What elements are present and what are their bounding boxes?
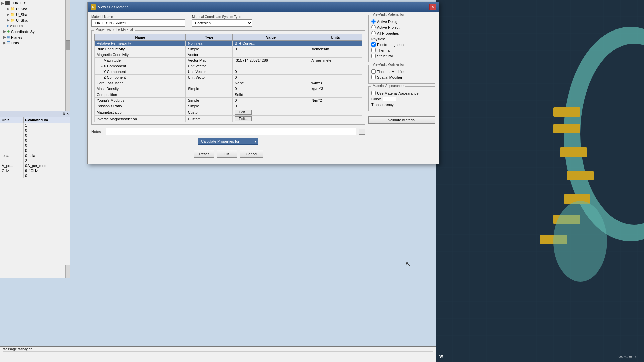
- structural-checkbox[interactable]: [371, 54, 376, 58]
- prop-type-cell: Simple: [185, 103, 232, 109]
- table-row[interactable]: - X ComponentUnit Vector1: [95, 63, 362, 69]
- transparency-row: Transparency:: [371, 103, 432, 107]
- table-row[interactable]: MagnetostrictionCustomEdit...: [95, 109, 362, 116]
- prop-units-cell: [309, 63, 362, 69]
- notes-input[interactable]: [106, 128, 356, 135]
- table-row[interactable]: Magnetic CoercivityVector: [95, 52, 362, 58]
- prop-value-cell: 0: [233, 98, 309, 103]
- table-row[interactable]: Poisson's RatioSimple0: [95, 103, 362, 109]
- use-material-appearance-checkbox[interactable]: [371, 91, 376, 95]
- prop-name-cell: - Y Component: [95, 69, 186, 75]
- dialog-title-text: View / Edit Material: [98, 5, 129, 9]
- reset-button[interactable]: Reset: [194, 150, 215, 158]
- prop-value-cell: None: [233, 80, 309, 86]
- notes-row: Notes ...: [91, 128, 365, 135]
- transparency-label: Transparency:: [371, 103, 395, 107]
- spatial-modifier-checkbox[interactable]: [371, 75, 376, 79]
- validate-material-button[interactable]: Validate Material: [368, 116, 435, 124]
- prop-type-cell: Custom: [185, 116, 232, 122]
- thermal-modifier-checkbox-item[interactable]: Thermal Modifier: [371, 69, 432, 74]
- physics-section: Physics: Electromagnetic Thermal Structu…: [371, 37, 432, 58]
- prop-value-cell: 0: [233, 75, 309, 80]
- active-project-radio[interactable]: [371, 25, 376, 29]
- thermal-modifier-label: Thermal Modifier: [377, 70, 405, 74]
- col-units: Units: [309, 34, 362, 41]
- table-row[interactable]: - Y ComponentUnit Vector0: [95, 69, 362, 75]
- thermal-modifier-checkbox[interactable]: [371, 69, 376, 74]
- prop-value-cell[interactable]: Edit...: [233, 109, 309, 116]
- dialog-side-panel: View/Edit Material for Active Design Act…: [368, 15, 435, 160]
- structural-checkbox-item[interactable]: Structural: [371, 54, 432, 58]
- properties-group-box: Properties of the Material Name Type Val…: [91, 30, 365, 125]
- prop-type-cell: [185, 80, 232, 86]
- prop-units-cell: [309, 69, 362, 75]
- prop-units-cell: [309, 41, 362, 46]
- material-name-input[interactable]: [91, 19, 185, 27]
- thermal-checkbox[interactable]: [371, 48, 376, 52]
- prop-name-cell: Inverse Magnetostriction: [95, 116, 186, 122]
- coord-system-select[interactable]: Cartesian: [192, 19, 252, 27]
- prop-value-cell[interactable]: Edit...: [233, 116, 309, 122]
- active-design-radio-item[interactable]: Active Design: [371, 19, 432, 24]
- prop-value-cell: B-H Curve...: [233, 41, 309, 46]
- table-row[interactable]: Inverse MagnetostrictionCustomEdit...: [95, 116, 362, 122]
- prop-value-cell: 0: [233, 86, 309, 92]
- active-design-label: Active Design: [377, 20, 399, 24]
- material-name-row: Material Name Material Coordinate System…: [91, 15, 365, 27]
- prop-name-cell: Composition: [95, 92, 186, 98]
- spatial-modifier-checkbox-item[interactable]: Spatial Modifier: [371, 75, 432, 79]
- prop-type-cell: Custom: [185, 109, 232, 116]
- electromagnetic-checkbox[interactable]: [371, 42, 376, 47]
- dialog-buttons: Reset OK Cancel: [91, 147, 365, 160]
- calc-select-wrapper: Calculate Properties for: ▼: [198, 138, 258, 145]
- physics-label: Physics:: [371, 37, 432, 41]
- active-project-radio-item[interactable]: Active Project: [371, 25, 432, 29]
- color-label: Color:: [371, 97, 381, 101]
- prop-value-cell: [233, 52, 309, 58]
- table-row[interactable]: CompositionSolid: [95, 92, 362, 98]
- material-name-group: Material Name: [91, 15, 185, 27]
- prop-name-cell: Bulk Conductivity: [95, 46, 186, 52]
- prop-type-cell: Nonlinear: [185, 41, 232, 46]
- table-row[interactable]: Mass DensitySimple0kg/m^3: [95, 86, 362, 92]
- prop-units-cell: siemens/m: [309, 46, 362, 52]
- calc-properties-select[interactable]: Calculate Properties for:: [198, 138, 258, 145]
- use-material-appearance-checkbox-item[interactable]: Use Material Appearance: [371, 91, 432, 95]
- color-swatch[interactable]: [383, 97, 396, 101]
- table-row[interactable]: - Z ComponentUnit Vector0: [95, 75, 362, 80]
- prop-units-cell: N/m^2: [309, 98, 362, 103]
- active-design-radio[interactable]: [371, 19, 376, 24]
- dialog-body: Material Name Material Coordinate System…: [88, 12, 439, 164]
- all-properties-label: All Properties: [377, 31, 399, 35]
- table-row[interactable]: Young's ModulusSimple0N/m^2: [95, 98, 362, 103]
- structural-label: Structural: [377, 54, 393, 58]
- view-edit-for-group: View/Edit Material for Active Design Act…: [368, 15, 435, 62]
- prop-type-cell: Unit Vector: [185, 69, 232, 75]
- prop-value-cell: 1: [233, 63, 309, 69]
- prop-value-cell: 0: [233, 46, 309, 52]
- ok-button[interactable]: OK: [217, 150, 237, 158]
- prop-type-cell: Simple: [185, 86, 232, 92]
- dialog-close-button[interactable]: ×: [429, 4, 436, 10]
- prop-name-cell: Poisson's Ratio: [95, 103, 186, 109]
- thermal-label: Thermal: [377, 48, 390, 52]
- prop-type-cell: Unit Vector: [185, 63, 232, 69]
- prop-type-cell: Simple: [185, 46, 232, 52]
- cancel-button[interactable]: Cancel: [240, 150, 263, 158]
- table-row[interactable]: Bulk ConductivitySimple0siemens/m: [95, 46, 362, 52]
- all-properties-radio-item[interactable]: All Properties: [371, 31, 432, 35]
- table-row[interactable]: Relative PermeabilityNonlinearB-H Curve.…: [95, 41, 362, 46]
- thermal-checkbox-item[interactable]: Thermal: [371, 48, 432, 52]
- prop-units-cell: [309, 116, 362, 122]
- table-row[interactable]: - MagnitudeVector Mag-315714.285714286A_…: [95, 58, 362, 63]
- prop-name-cell: Magnetic Coercivity: [95, 52, 186, 58]
- notes-expand-button[interactable]: ...: [359, 129, 365, 135]
- electromagnetic-checkbox-item[interactable]: Electromagnetic: [371, 42, 432, 47]
- prop-units-cell: w/m^3: [309, 80, 362, 86]
- table-row[interactable]: Core Loss ModelNonew/m^3: [95, 80, 362, 86]
- all-properties-radio[interactable]: [371, 31, 376, 35]
- prop-edit-button[interactable]: Edit...: [235, 110, 252, 115]
- material-appearance-title: Material Appearance: [371, 84, 405, 88]
- col-name: Name: [95, 34, 186, 41]
- prop-edit-button[interactable]: Edit...: [235, 116, 252, 121]
